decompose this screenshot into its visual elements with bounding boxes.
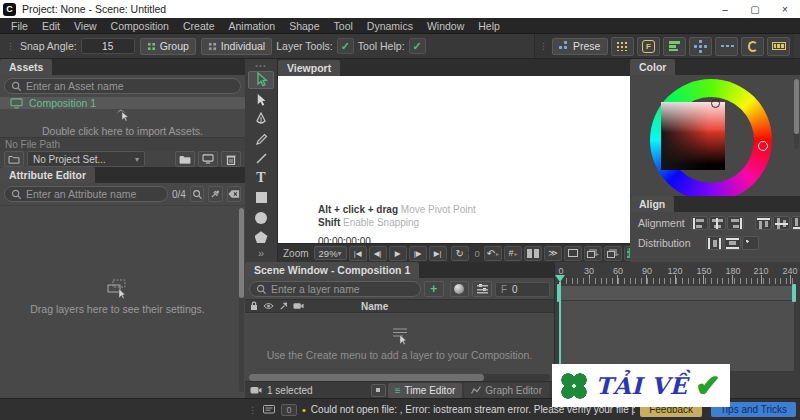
zoom-dropdown[interactable]: 29% ▾ bbox=[314, 246, 347, 260]
tool-select[interactable] bbox=[248, 71, 274, 89]
step-forward-button[interactable]: |▶ bbox=[409, 246, 427, 261]
tab-color[interactable]: Color bbox=[630, 59, 675, 75]
tab-graph-editor[interactable]: Graph Editor bbox=[464, 383, 549, 398]
asset-item-composition[interactable]: Composition 1 bbox=[0, 97, 245, 109]
menu-tool[interactable]: Tool bbox=[327, 20, 360, 32]
sv-selector[interactable] bbox=[711, 99, 720, 108]
saturation-value-square[interactable] bbox=[661, 102, 725, 170]
step-back-button[interactable]: ◀| bbox=[369, 246, 387, 261]
frame-filter-field[interactable]: F 0 bbox=[495, 282, 550, 297]
layer-tools-toggle[interactable]: ✓ bbox=[337, 38, 354, 54]
work-area-bar[interactable] bbox=[559, 286, 795, 300]
align-bottom-button[interactable] bbox=[791, 216, 800, 230]
fast-preview-button[interactable]: ≫ bbox=[544, 246, 562, 261]
tool-line[interactable] bbox=[248, 150, 274, 168]
new-composition-button[interactable] bbox=[198, 151, 218, 167]
lock-icon[interactable] bbox=[250, 301, 258, 311]
attribute-scrollbar[interactable] bbox=[239, 208, 244, 392]
align-center-v-button[interactable] bbox=[773, 216, 790, 230]
tab-attribute-editor[interactable]: Attribute Editor bbox=[0, 167, 95, 183]
sphere-filter-button[interactable] bbox=[450, 281, 470, 297]
pin-attributes-button[interactable] bbox=[208, 186, 222, 202]
playhead-line[interactable] bbox=[559, 282, 561, 374]
tab-viewport[interactable]: Viewport bbox=[278, 60, 340, 76]
snap-angle-input[interactable] bbox=[81, 38, 135, 54]
tool-pen[interactable] bbox=[248, 111, 274, 129]
snapshot-button[interactable]: ▸ bbox=[604, 246, 622, 261]
individual-button[interactable]: Individual bbox=[201, 38, 272, 55]
tool-polygon[interactable] bbox=[248, 228, 274, 246]
trails-button[interactable] bbox=[767, 37, 790, 56]
work-area-out-marker[interactable] bbox=[792, 284, 796, 302]
new-folder-button[interactable] bbox=[175, 151, 195, 167]
stagger-button[interactable] bbox=[663, 37, 686, 56]
tools-drag-handle-icon[interactable]: ••• bbox=[255, 61, 266, 70]
distribute-h-button[interactable] bbox=[706, 236, 723, 250]
scene-horizontal-scrollbar[interactable] bbox=[249, 374, 550, 381]
layer-search-box[interactable] bbox=[249, 281, 421, 297]
onion-skin-button[interactable]: ↶▸ bbox=[484, 246, 502, 261]
filter-sliders-button[interactable] bbox=[472, 281, 492, 297]
loop-button[interactable]: ↻ bbox=[451, 246, 469, 261]
forge-button[interactable]: F bbox=[637, 37, 660, 56]
presets-button[interactable]: Prese bbox=[552, 38, 608, 55]
timeline-track-area[interactable] bbox=[559, 300, 795, 372]
assets-empty-area[interactable]: Double click here to import Assets. bbox=[0, 109, 245, 137]
distribute-v-button[interactable] bbox=[724, 236, 741, 250]
menu-window[interactable]: Window bbox=[420, 20, 471, 32]
layers-overlay-button[interactable]: ▸ bbox=[584, 246, 602, 261]
menu-help[interactable]: Help bbox=[471, 20, 507, 32]
tab-time-editor[interactable]: ≡ Time Editor bbox=[388, 383, 463, 398]
frames-button[interactable] bbox=[524, 246, 542, 261]
scene-empty-area[interactable]: Use the Create menu to add a layer to yo… bbox=[245, 313, 554, 374]
playhead-handle[interactable] bbox=[555, 275, 565, 282]
tools-expand-button[interactable]: » bbox=[258, 247, 264, 259]
layer-search-input[interactable] bbox=[271, 283, 414, 295]
color-scrollbar[interactable] bbox=[794, 79, 799, 149]
project-set-dropdown[interactable]: No Project Set... ▾ bbox=[27, 151, 145, 167]
project-folder-button[interactable] bbox=[4, 151, 24, 167]
delete-asset-button[interactable] bbox=[221, 151, 241, 167]
close-button[interactable]: × bbox=[770, 0, 800, 18]
add-layer-button[interactable]: + bbox=[424, 281, 444, 297]
viewport-canvas[interactable]: Alt + click + drag Move Pivot Point Shif… bbox=[278, 76, 630, 243]
menu-edit[interactable]: Edit bbox=[35, 20, 67, 32]
tab-scene-window[interactable]: Scene Window - Composition 1 bbox=[245, 262, 419, 278]
play-button[interactable]: ▶ bbox=[389, 246, 407, 261]
menu-shape[interactable]: Shape bbox=[282, 20, 326, 32]
tool-text[interactable]: T bbox=[248, 169, 274, 187]
tool-help-toggle[interactable]: ✓ bbox=[409, 38, 426, 54]
hue-selector[interactable] bbox=[758, 141, 768, 151]
arc-button[interactable] bbox=[741, 37, 764, 56]
dot-grid-button[interactable] bbox=[611, 37, 634, 56]
visibility-eye-icon[interactable] bbox=[263, 302, 274, 310]
tool-direct-select[interactable] bbox=[248, 91, 274, 109]
go-to-start-button[interactable]: |◀ bbox=[349, 246, 367, 261]
menu-view[interactable]: View bbox=[67, 20, 104, 32]
duplicator-button[interactable] bbox=[689, 37, 712, 56]
toolbar-drag-handle-icon[interactable]: ⋮ bbox=[6, 41, 14, 51]
distribute-scatter-button[interactable] bbox=[742, 236, 759, 250]
menu-animation[interactable]: Animation bbox=[221, 20, 282, 32]
minimize-button[interactable]: – bbox=[710, 0, 740, 18]
pin-icon[interactable] bbox=[279, 301, 288, 311]
maximize-button[interactable]: ▢ bbox=[740, 0, 770, 18]
name-column-header[interactable]: Name bbox=[361, 301, 388, 312]
menu-create[interactable]: Create bbox=[176, 20, 222, 32]
tab-align[interactable]: Align bbox=[630, 196, 674, 212]
console-icon[interactable] bbox=[263, 405, 276, 415]
asset-search-input[interactable] bbox=[26, 80, 234, 92]
bounds-button[interactable] bbox=[564, 246, 582, 261]
attribute-search-input[interactable] bbox=[26, 188, 161, 200]
group-button[interactable]: Group bbox=[140, 38, 196, 55]
tool-ellipse[interactable] bbox=[248, 209, 274, 227]
tab-assets[interactable]: Assets bbox=[0, 59, 52, 75]
align-center-h-button[interactable] bbox=[709, 216, 726, 230]
align-top-button[interactable] bbox=[755, 216, 772, 230]
dock-button[interactable] bbox=[371, 384, 386, 397]
toolbar-right-drag-handle-icon[interactable]: ⋮ bbox=[539, 41, 547, 51]
sequence-button[interactable] bbox=[715, 37, 738, 56]
tool-pencil[interactable] bbox=[248, 130, 274, 148]
menu-file[interactable]: File bbox=[4, 20, 35, 32]
asset-search-box[interactable] bbox=[4, 78, 241, 94]
